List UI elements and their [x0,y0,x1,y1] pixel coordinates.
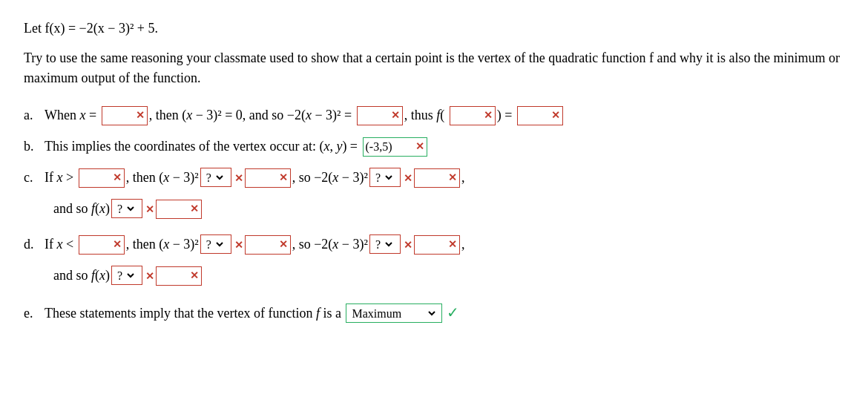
part-d-delete1[interactable]: ✕ [113,234,122,255]
part-c-input4[interactable]: ✕ [156,200,202,219]
part-d-text5: and so f(x) [53,262,110,289]
part-a-delete3[interactable]: ✕ [484,105,493,126]
part-d-row2: and so f(x) ? > < = ≥ ≤ ✕ ✕ [53,262,844,289]
part-d-delete3[interactable]: ✕ [448,234,457,255]
part-a-input4[interactable]: ✕ [517,106,563,125]
part-a-input3-field[interactable] [453,109,482,122]
part-d-input2-field[interactable] [248,238,277,252]
part-e-select[interactable]: ? Maximum Minimum [349,306,438,321]
part-c-dddelete2[interactable]: ✕ [404,168,412,189]
part-a-text1: When x = [45,102,100,128]
part-d-input3[interactable]: ✕ [414,235,460,255]
part-a-label: a. [24,102,45,128]
part-a-input1[interactable]: ✕ [102,106,148,125]
part-a-text2: , then (x − 3)² = 0, and so −2(x − 3)² = [149,102,355,128]
part-e-checkmark: ✓ [447,298,459,327]
part-a-input2-field[interactable] [360,109,389,122]
part-d-delete4[interactable]: ✕ [190,266,199,286]
part-d-delete2[interactable]: ✕ [279,234,288,255]
part-d-input2[interactable]: ✕ [245,235,291,255]
part-a-row: a. When x = ✕ , then (x − 3)² = 0, and s… [24,102,844,128]
part-c-select3[interactable]: ? > < = ≥ ≤ [114,202,137,216]
part-d-input4-field[interactable] [159,269,188,283]
part-e-dropdown[interactable]: ? Maximum Minimum [346,303,442,323]
part-d-dropdown2[interactable]: ? > < = ≥ ≤ [369,234,401,254]
part-a-input4-field[interactable] [520,109,550,122]
part-a-text4: ) = [497,102,516,128]
part-b-input-field[interactable] [366,140,414,154]
part-c-delete2[interactable]: ✕ [279,168,288,188]
part-b-input[interactable]: ✕ [363,137,427,157]
part-c-delete1[interactable]: ✕ [113,168,122,188]
function-definition: Let f(x) = −2(x − 3)² + 5. [24,18,844,39]
part-c-select2[interactable]: ? > < = ≥ ≤ [372,171,395,185]
part-e-text1: These statements imply that the vertex o… [45,300,344,327]
part-c-text5: and so f(x) [53,195,110,222]
part-c-input3-field[interactable] [417,171,447,185]
part-a-text3: , thus f( [404,102,448,128]
part-a-delete2[interactable]: ✕ [391,105,400,126]
part-c-select1[interactable]: ? > < = ≥ ≤ [203,171,226,185]
part-d-dropdown1[interactable]: ? > < = ≥ ≤ [200,234,231,254]
part-d-select1[interactable]: ? > < = ≥ ≤ [203,237,226,252]
part-d-input1-field[interactable] [82,238,111,252]
part-c-dddelete1[interactable]: ✕ [234,168,243,189]
part-c-dropdown1[interactable]: ? > < = ≥ ≤ [200,168,231,187]
part-d-dddelete2[interactable]: ✕ [404,235,412,256]
part-c-text1: If x > [45,164,77,191]
part-d-text3: , so −2(x − 3)² [292,231,368,257]
problem-section: a. When x = ✕ , then (x − 3)² = 0, and s… [24,102,844,327]
part-c-input1[interactable]: ✕ [79,168,125,188]
part-d-dddelete3[interactable]: ✕ [145,266,154,287]
part-c-label: c. [24,164,45,191]
part-d-text1: If x < [45,231,77,257]
part-d-label: d. [24,231,45,257]
part-c-input2-field[interactable] [248,171,277,185]
part-b-text1: This implies the coordinates of the vert… [45,133,361,160]
part-c-text2: , then (x − 3)² [126,164,199,191]
part-c-text3: , so −2(x − 3)² [292,164,368,191]
part-d-text2: , then (x − 3)² [126,231,199,257]
part-a-delete1[interactable]: ✕ [136,105,145,126]
part-a-input3[interactable]: ✕ [450,106,496,125]
part-c-row2: and so f(x) ? > < = ≥ ≤ ✕ ✕ [53,195,844,222]
part-e-label: e. [24,300,45,327]
part-b-delete[interactable]: ✕ [415,137,424,157]
part-d-row: d. If x < ✕ , then (x − 3)² ? > < = ≥ ≤ … [24,231,844,257]
part-c-row: c. If x > ✕ , then (x − 3)² ? > < = ≥ ≤ … [24,164,844,191]
part-c-input4-field[interactable] [159,203,188,216]
part-c-delete4[interactable]: ✕ [190,199,199,220]
part-a-input1-field[interactable] [105,109,134,122]
part-d-input1[interactable]: ✕ [79,235,125,255]
part-c-input2[interactable]: ✕ [245,168,291,188]
part-b-label: b. [24,133,45,160]
part-c-delete3[interactable]: ✕ [448,168,457,188]
part-b-row: b. This implies the coordinates of the v… [24,133,844,160]
part-d-dropdown3[interactable]: ? > < = ≥ ≤ [111,266,142,285]
part-d-input4[interactable]: ✕ [156,266,202,286]
part-c-input1-field[interactable] [82,171,111,185]
part-d-input3-field[interactable] [417,238,447,252]
part-d-select3[interactable]: ? > < = ≥ ≤ [114,269,137,283]
part-c-dddelete3[interactable]: ✕ [145,200,154,220]
part-a-input2[interactable]: ✕ [357,106,403,125]
part-c-text4: , [461,164,465,191]
part-e-row: e. These statements imply that the verte… [24,298,844,327]
part-d-dddelete1[interactable]: ✕ [234,235,243,256]
intro-paragraph: Try to use the same reasoning your class… [24,48,844,88]
part-d-text4: , [461,231,465,257]
part-c-dropdown2[interactable]: ? > < = ≥ ≤ [369,168,401,187]
part-c-input3[interactable]: ✕ [414,168,460,188]
part-c-dropdown3[interactable]: ? > < = ≥ ≤ [111,199,142,218]
part-a-delete4[interactable]: ✕ [551,105,560,126]
part-d-select2[interactable]: ? > < = ≥ ≤ [372,237,395,252]
